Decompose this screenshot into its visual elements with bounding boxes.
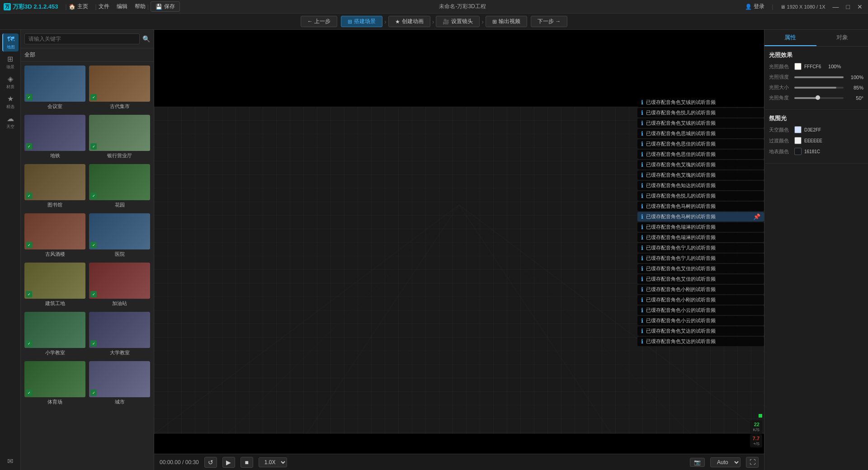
asset-item-7[interactable]: ✓ 医院 xyxy=(89,213,150,259)
asset-item-3[interactable]: ✓ 银行营业厅 xyxy=(89,115,150,160)
lighting-intensity-slider[interactable] xyxy=(794,76,844,78)
step-export-video[interactable]: ⊞ 输出视频 xyxy=(486,16,527,27)
mem-block: 7.7 +/S xyxy=(750,434,762,447)
menu-help[interactable]: 帮助 xyxy=(135,3,146,10)
close-btn[interactable]: ✕ xyxy=(855,3,864,10)
notification-19: ℹ 已缓存配音角色小刚的试听音频 xyxy=(637,295,764,305)
tab-object[interactable]: 对象 xyxy=(816,30,868,46)
lighting-angle-label: 光照角度 xyxy=(769,94,792,101)
step-build-scene[interactable]: ⊞ 搭建场景 xyxy=(341,16,382,27)
nav-label-scene: 场景 xyxy=(6,64,14,70)
asset-item-2[interactable]: ✓ 地铁 xyxy=(24,115,85,160)
asset-item-10[interactable]: ✓ 小学教室 xyxy=(24,312,85,357)
asset-item-0[interactable]: ✓ 会议室 xyxy=(24,66,85,111)
asset-item-5[interactable]: ✓ 花园 xyxy=(89,164,150,210)
trans-color-hex: EEEEEE xyxy=(804,138,822,143)
stop-btn[interactable]: ■ xyxy=(241,457,253,468)
material-icon: ◈ xyxy=(8,75,13,83)
step-icon-3: 🎥 xyxy=(443,19,449,25)
perf-dot-green xyxy=(759,414,762,418)
asset-corner-icon-2: ✓ xyxy=(26,143,32,150)
lighting-size-slider[interactable] xyxy=(794,87,844,89)
sidebar-item-sky[interactable]: ☁ 天空 xyxy=(2,113,19,131)
asset-thumb-9: ✓ xyxy=(89,263,150,299)
sidebar-item-material[interactable]: ◈ 材质 xyxy=(2,73,19,91)
notification-15: ℹ 已缓存配音角色宁儿的试听音频 xyxy=(637,254,764,263)
camera-btn[interactable]: 📷 xyxy=(690,458,705,467)
ground-color-swatch[interactable] xyxy=(794,148,802,155)
notification-3: ℹ 已缓存配音角色思城的试听音频 xyxy=(637,129,764,138)
step-icon-1: ⊞ xyxy=(348,19,352,25)
play-btn[interactable]: ▶ xyxy=(222,457,235,468)
lighting-color-row: 光照颜色 FFFCF6 100% xyxy=(769,63,863,70)
notif-text-2: 已缓存配音角色艾绒的试听音频 xyxy=(646,120,716,127)
notif-text-7: 已缓存配音角色艾瑰的试听音频 xyxy=(646,172,716,179)
sky-color-label: 天空颜色 xyxy=(769,127,792,133)
lighting-angle-val: 50° xyxy=(846,95,863,101)
notification-13: ℹ 已缓存配音角色瑞淋的试听音频 xyxy=(637,233,764,242)
search-button[interactable]: 🔍 xyxy=(142,35,150,42)
sky-color-swatch[interactable] xyxy=(794,126,802,133)
lighting-color-swatch[interactable] xyxy=(794,63,802,70)
tab-properties[interactable]: 属性 xyxy=(764,30,816,46)
fps-unit: K/S xyxy=(753,428,760,432)
speed-selector[interactable]: 1.0X xyxy=(259,457,287,467)
notif-info-icon-0: ℹ xyxy=(641,99,643,106)
search-input[interactable] xyxy=(24,33,140,44)
prev-step-btn[interactable]: ← 上一步 xyxy=(301,16,337,27)
fullscreen-btn[interactable]: ⛶ xyxy=(746,457,759,468)
notification-6: ℹ 已缓存配音角色艾瑰的试听音频 xyxy=(637,160,764,169)
next-step-btn[interactable]: 下一步 → xyxy=(531,16,567,27)
loop-btn[interactable]: ↺ xyxy=(204,457,217,468)
viewport-controls: 00:00.00 / 00:30 ↺ ▶ ■ 1.0X 📷 Auto ⛶ xyxy=(154,454,764,470)
sidebar-item-featured[interactable]: ★ 精选 xyxy=(2,93,19,111)
nav-label-material: 材质 xyxy=(6,84,14,90)
notification-20: ℹ 已缓存配音角色小云的试听音频 xyxy=(637,306,764,315)
asset-corner-icon-13: ✓ xyxy=(90,390,97,396)
notif-info-icon-21: ℹ xyxy=(641,317,643,324)
auto-select[interactable]: Auto xyxy=(710,457,741,467)
camera-icon: 📷 xyxy=(694,459,701,465)
asset-item-12[interactable]: ✓ 体育场 xyxy=(24,361,85,407)
performance-overlay: 22 K/S 7.7 +/S xyxy=(750,414,762,447)
lighting-angle-slider[interactable] xyxy=(794,97,844,99)
step-create-animation[interactable]: ★ 创建动画 xyxy=(388,16,430,27)
notification-16: ℹ 已缓存配音角色艾佳的试听音频 xyxy=(637,264,764,273)
login-button[interactable]: 👤 登录 xyxy=(745,3,764,10)
sep1: | xyxy=(65,4,66,10)
step-icon-2: ★ xyxy=(395,19,400,25)
menu-edit[interactable]: 编辑 xyxy=(117,3,127,10)
sidebar-item-scene[interactable]: ⊞ 场景 xyxy=(2,53,19,71)
asset-label-3: 银行营业厅 xyxy=(89,151,150,160)
resolution-display: 🖥 1920 X 1080 / 1X xyxy=(780,4,825,9)
minimize-btn[interactable]: — xyxy=(831,3,841,10)
asset-item-6[interactable]: ✓ 古风酒楼 xyxy=(24,213,85,259)
asset-item-1[interactable]: ✓ 古代集市 xyxy=(89,66,150,111)
notif-text-5: 已缓存配音角色思佳的试听音频 xyxy=(646,151,716,158)
sep2: | xyxy=(95,4,97,10)
asset-item-4[interactable]: ✓ 图书馆 xyxy=(24,164,85,210)
home-btn[interactable]: 🏠 主页 xyxy=(69,3,88,10)
sidebar-item-messages[interactable]: ✉ xyxy=(2,452,19,470)
notif-text-8: 已缓存配音角色知达的试听音频 xyxy=(646,182,716,189)
notif-pin-icon-11: 📌 xyxy=(753,213,760,220)
asset-item-9[interactable]: ✓ 加油站 xyxy=(89,263,150,308)
asset-thumb-13: ✓ xyxy=(89,361,150,397)
asset-item-8[interactable]: ✓ 建筑工地 xyxy=(24,263,85,308)
trans-color-swatch[interactable] xyxy=(794,137,802,144)
notif-text-12: 已缓存配音角色瑞淋的试听音频 xyxy=(646,224,716,230)
step-set-camera[interactable]: 🎥 设置镜头 xyxy=(436,16,480,27)
notif-text-22: 已缓存配音角色艾达的试听音频 xyxy=(646,328,716,334)
save-button[interactable]: 💾 保存 xyxy=(151,1,180,12)
asset-corner-icon-3: ✓ xyxy=(90,143,97,150)
asset-item-13[interactable]: ✓ 城市 xyxy=(89,361,150,407)
fps-block: 22 K/S xyxy=(750,420,762,433)
logo-icon: 万 xyxy=(4,3,11,10)
sidebar-item-map[interactable]: 🗺 地图 xyxy=(2,33,19,52)
asset-item-11[interactable]: ✓ 大学教室 xyxy=(89,312,150,357)
notifications-overlay: ℹ 已缓存配音角色艾绒的试听音频 ℹ 已缓存配音角色悦儿的试听音频 ℹ 已缓存配… xyxy=(637,98,764,346)
maximize-btn[interactable]: □ xyxy=(844,3,852,10)
asset-label-6: 古风酒楼 xyxy=(24,249,85,259)
asset-corner-icon-6: ✓ xyxy=(26,242,32,248)
menu-file[interactable]: 文件 xyxy=(99,3,109,10)
